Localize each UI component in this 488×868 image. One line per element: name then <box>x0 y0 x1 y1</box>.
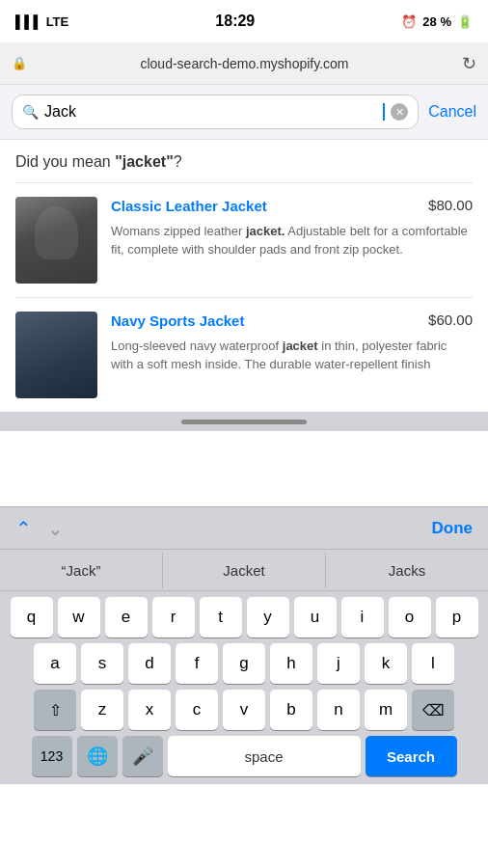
battery-icon: 🔋 <box>457 14 473 29</box>
toolbar-nav: ⌃ ⌄ <box>15 517 432 540</box>
key-row-2: a s d f g h j k l <box>0 637 488 684</box>
product-item[interactable]: Navy Sports Jacket $60.00 Long-sleeved n… <box>15 297 473 412</box>
jacket1-image <box>15 197 97 284</box>
did-you-mean: Did you mean "jacket"? <box>0 140 488 182</box>
num-key[interactable]: 123 <box>32 736 72 776</box>
key-q[interactable]: q <box>11 597 53 637</box>
shift-key[interactable]: ⇧ <box>34 690 76 730</box>
delete-key[interactable]: ⌫ <box>412 690 454 730</box>
key-t[interactable]: t <box>200 597 242 637</box>
cancel-button[interactable]: Cancel <box>428 103 476 121</box>
microphone-key[interactable]: 🎤 <box>122 736 163 776</box>
autocomplete-item-jack[interactable]: “Jack” <box>0 553 163 588</box>
key-f[interactable]: f <box>176 643 218 684</box>
signal-info: ▌▌▌ LTE <box>15 14 68 29</box>
battery-percent: 28 % <box>422 14 451 29</box>
product-price: $80.00 <box>428 197 473 213</box>
search-input[interactable]: Jack <box>44 103 376 121</box>
product-price: $60.00 <box>428 312 473 328</box>
key-n[interactable]: n <box>317 690 360 730</box>
status-bar: ▌▌▌ LTE 18:29 ⏰ 28 % 🔋 <box>0 0 488 42</box>
keyboard-toolbar: ⌃ ⌄ Done <box>0 506 488 549</box>
product-description: Womans zipped leather jacket. Adjustable… <box>111 222 473 259</box>
key-h[interactable]: h <box>270 643 312 684</box>
key-r[interactable]: r <box>152 597 195 637</box>
space-key[interactable]: space <box>168 736 361 776</box>
key-b[interactable]: b <box>270 690 312 730</box>
product-header: Classic Leather Jacket $80.00 <box>111 197 473 216</box>
key-g[interactable]: g <box>223 643 265 684</box>
keyboard: q w e r t y u i o p a s d f g h j k l ⇧ … <box>0 591 488 784</box>
key-u[interactable]: u <box>294 597 337 637</box>
search-key[interactable]: Search <box>366 736 457 776</box>
key-e[interactable]: e <box>105 597 148 637</box>
home-indicator <box>0 412 488 431</box>
product-list: Classic Leather Jacket $80.00 Womans zip… <box>0 182 488 412</box>
product-header: Navy Sports Jacket $60.00 <box>111 312 473 331</box>
key-k[interactable]: k <box>365 643 407 684</box>
key-row-1: q w e r t y u i o p <box>0 591 488 637</box>
key-row-3: ⇧ z x c v b n m ⌫ <box>0 684 488 730</box>
key-z[interactable]: z <box>81 690 123 730</box>
key-j[interactable]: j <box>317 643 360 684</box>
battery-info: ⏰ 28 % 🔋 <box>401 14 473 29</box>
up-arrow-button[interactable]: ⌃ <box>15 517 32 540</box>
key-y[interactable]: y <box>247 597 289 637</box>
signal-bars: ▌▌▌ <box>15 14 42 29</box>
key-v[interactable]: v <box>223 690 265 730</box>
product-image <box>15 197 97 284</box>
jacket2-image <box>15 312 97 398</box>
key-d[interactable]: d <box>128 643 171 684</box>
browser-bar: 🔒 cloud-search-demo.myshopify.com ↻ <box>0 42 488 85</box>
key-l[interactable]: l <box>412 643 454 684</box>
search-bar[interactable]: 🔍 Jack ✕ <box>12 95 419 129</box>
product-info: Navy Sports Jacket $60.00 Long-sleeved n… <box>111 312 473 374</box>
text-cursor <box>383 103 385 121</box>
url-bar[interactable]: cloud-search-demo.myshopify.com <box>35 56 454 71</box>
key-x[interactable]: x <box>128 690 171 730</box>
autocomplete-item-jacket[interactable]: Jacket <box>163 553 326 588</box>
product-description: Long-sleeved navy waterproof jacket in t… <box>111 337 473 374</box>
key-w[interactable]: w <box>58 597 100 637</box>
key-p[interactable]: p <box>436 597 478 637</box>
search-bar-container: 🔍 Jack ✕ Cancel <box>0 85 488 140</box>
key-i[interactable]: i <box>341 597 384 637</box>
product-name[interactable]: Navy Sports Jacket <box>111 312 428 331</box>
product-name[interactable]: Classic Leather Jacket <box>111 197 428 216</box>
home-bar <box>181 420 307 424</box>
globe-key[interactable]: 🌐 <box>77 736 118 776</box>
clear-icon[interactable]: ✕ <box>391 103 408 121</box>
key-m[interactable]: m <box>365 690 407 730</box>
alarm-icon: ⏰ <box>401 14 417 29</box>
down-arrow-button[interactable]: ⌄ <box>47 517 64 540</box>
autocomplete-item-jacks[interactable]: Jacks <box>326 553 488 588</box>
key-c[interactable]: c <box>176 690 218 730</box>
key-o[interactable]: o <box>389 597 431 637</box>
autocomplete-bar: “Jack” Jacket Jacks <box>0 549 488 591</box>
product-info: Classic Leather Jacket $80.00 Womans zip… <box>111 197 473 259</box>
refresh-icon[interactable]: ↻ <box>462 53 476 74</box>
product-item[interactable]: Classic Leather Jacket $80.00 Womans zip… <box>15 182 473 297</box>
key-s[interactable]: s <box>81 643 123 684</box>
search-icon: 🔍 <box>22 104 39 120</box>
suggestion-text: Did you mean "jacket"? <box>15 153 182 170</box>
product-image <box>15 312 97 398</box>
done-button[interactable]: Done <box>432 519 474 538</box>
lock-icon: 🔒 <box>12 56 27 70</box>
key-a[interactable]: a <box>34 643 76 684</box>
key-row-bottom: 123 🌐 🎤 space Search <box>0 730 488 784</box>
clock: 18:29 <box>215 13 255 30</box>
network-type: LTE <box>46 14 69 29</box>
